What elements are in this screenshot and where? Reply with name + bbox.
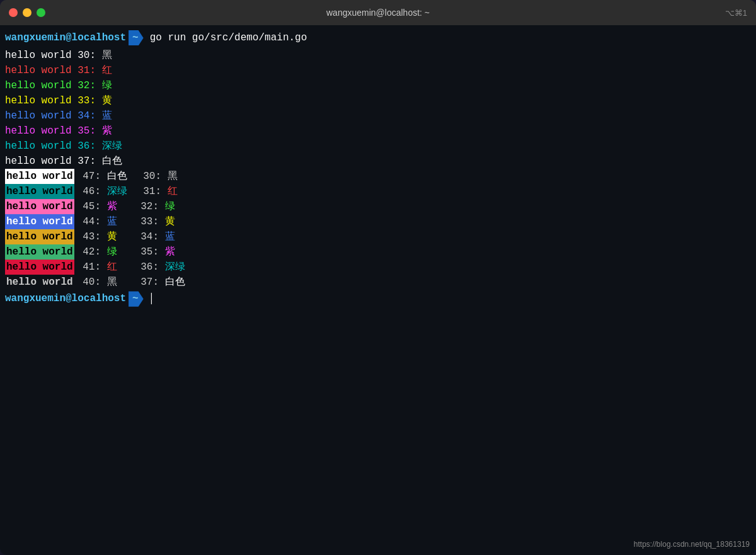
label-45: 紫 bbox=[107, 199, 117, 214]
num-44: 44: bbox=[77, 214, 107, 229]
titlebar: wangxuemin@localhost: ~ ⌥⌘1 bbox=[0, 0, 756, 25]
label-41: 红 bbox=[107, 260, 117, 275]
prompt-line: wangxuemin@localhost ~ go run go/src/dem… bbox=[5, 30, 751, 45]
num2-34: 34: bbox=[135, 229, 165, 244]
output-line-36: hello world 36: 深绿 bbox=[5, 139, 751, 154]
line-text-34: hello world 34: bbox=[5, 108, 102, 123]
line-label-37: 白色 bbox=[102, 154, 122, 169]
num2-36: 36: bbox=[135, 260, 165, 275]
simple-output-lines: hello world 30: 黑 hello world 31: 红 hell… bbox=[5, 48, 751, 169]
hw-box-46: hello world bbox=[5, 184, 74, 199]
output-line-32: hello world 32: 绿 bbox=[5, 78, 751, 93]
hw-box-45: hello world bbox=[5, 199, 74, 214]
output-line-30: hello world 30: 黑 bbox=[5, 48, 751, 63]
hw-box-44: hello world bbox=[5, 214, 74, 229]
maximize-button[interactable] bbox=[37, 8, 45, 17]
output-line-33: hello world 33: 黄 bbox=[5, 93, 751, 108]
output-line-31: hello world 31: 红 bbox=[5, 63, 751, 78]
line-text-30: hello world 30: bbox=[5, 48, 102, 63]
label2-36: 深绿 bbox=[165, 260, 185, 275]
keyboard-shortcut: ⌥⌘1 bbox=[725, 8, 747, 18]
num-45: 45: bbox=[77, 199, 107, 214]
bottom-prompt-line: wangxuemin@localhost ~ │ bbox=[5, 291, 751, 306]
prompt-command: go run go/src/demo/main.go bbox=[150, 31, 307, 45]
num2-30: 30: bbox=[137, 169, 168, 184]
line-text-31: hello world 31: bbox=[5, 63, 102, 78]
label2-30: 黑 bbox=[168, 169, 178, 184]
label2-33: 黄 bbox=[165, 214, 175, 229]
output-line-34: hello world 34: 蓝 bbox=[5, 108, 751, 123]
num2-33: 33: bbox=[135, 214, 165, 229]
line-label-35: 紫 bbox=[102, 123, 112, 139]
bottom-cursor: │ bbox=[149, 292, 155, 306]
output-line-35: hello world 35: 紫 bbox=[5, 123, 751, 139]
line-label-32: 绿 bbox=[102, 78, 112, 93]
num-46: 46: bbox=[77, 184, 107, 199]
label2-32: 绿 bbox=[165, 199, 175, 214]
num-42: 42: bbox=[77, 244, 107, 260]
bg-line-40: hello world 40: 黑 37: 白色 bbox=[5, 275, 751, 290]
num2-32: 32: bbox=[135, 199, 165, 214]
line-label-34: 蓝 bbox=[102, 108, 112, 123]
line-label-31: 红 bbox=[102, 63, 112, 78]
label-47: 白色 bbox=[107, 169, 127, 184]
prompt-tilde: ~ bbox=[132, 31, 139, 45]
label-42: 绿 bbox=[107, 244, 117, 260]
bg-line-42: hello world 42: 绿 35: 紫 bbox=[5, 244, 751, 260]
bottom-prompt-arrow: ~ bbox=[129, 291, 144, 306]
traffic-lights bbox=[9, 8, 45, 17]
line-label-33: 黄 bbox=[102, 93, 112, 108]
prompt-user: wangxuemin@localhost bbox=[5, 31, 126, 45]
bg-line-45: hello world 45: 紫 32: 绿 bbox=[5, 199, 751, 214]
line-text-32: hello world 32: bbox=[5, 78, 102, 93]
bg-line-46: hello world 46: 深绿 31: 红 bbox=[5, 184, 751, 199]
hw-box-47: hello world bbox=[5, 169, 74, 184]
bottom-prompt-user: wangxuemin@localhost bbox=[5, 292, 126, 306]
num2-37: 37: bbox=[135, 275, 165, 290]
label-40: 黑 bbox=[107, 275, 117, 290]
bg-line-43: hello world 43: 黄 34: 蓝 bbox=[5, 229, 751, 244]
minimize-button[interactable] bbox=[23, 8, 32, 17]
label-46: 深绿 bbox=[107, 184, 127, 199]
bg-line-47: hello world 47: 白色 30: 黑 bbox=[5, 169, 751, 184]
bg-output-lines: hello world 47: 白色 30: 黑 hello world 46:… bbox=[5, 169, 751, 290]
line-text-36: hello world 36: bbox=[5, 139, 102, 154]
num2-31: 31: bbox=[137, 184, 168, 199]
num-41: 41: bbox=[77, 260, 107, 275]
terminal-body[interactable]: wangxuemin@localhost ~ go run go/src/dem… bbox=[0, 25, 756, 555]
line-text-37: hello world 37: bbox=[5, 154, 102, 169]
close-button[interactable] bbox=[9, 8, 18, 17]
num-40: 40: bbox=[77, 275, 107, 290]
line-text-33: hello world 33: bbox=[5, 93, 102, 108]
hw-box-40: hello world bbox=[5, 275, 74, 290]
hw-box-43: hello world bbox=[5, 229, 74, 244]
num-43: 43: bbox=[77, 229, 107, 244]
output-line-37: hello world 37: 白色 bbox=[5, 154, 751, 169]
label2-37: 白色 bbox=[165, 275, 185, 290]
hw-box-42: hello world bbox=[5, 244, 74, 260]
line-text-35: hello world 35: bbox=[5, 123, 102, 139]
hw-box-41: hello world bbox=[5, 260, 74, 275]
num-47: 47: bbox=[77, 169, 107, 184]
line-label-30: 黑 bbox=[102, 48, 112, 63]
line-label-36: 深绿 bbox=[102, 139, 122, 154]
num2-35: 35: bbox=[135, 244, 165, 260]
bg-line-41: hello world 41: 红 36: 深绿 bbox=[5, 260, 751, 275]
window-title: wangxuemin@localhost: ~ bbox=[326, 8, 430, 18]
terminal-window: wangxuemin@localhost: ~ ⌥⌘1 wangxuemin@l… bbox=[0, 0, 756, 555]
label-44: 蓝 bbox=[107, 214, 117, 229]
bg-line-44: hello world 44: 蓝 33: 黄 bbox=[5, 214, 751, 229]
label2-35: 紫 bbox=[165, 244, 175, 260]
bottom-prompt-tilde: ~ bbox=[132, 292, 139, 306]
prompt-arrow-shape: ~ bbox=[129, 30, 144, 45]
label-43: 黄 bbox=[107, 229, 117, 244]
label2-34: 蓝 bbox=[165, 229, 175, 244]
label2-31: 红 bbox=[168, 184, 178, 199]
watermark: https://blog.csdn.net/qq_18361319 bbox=[634, 540, 750, 549]
